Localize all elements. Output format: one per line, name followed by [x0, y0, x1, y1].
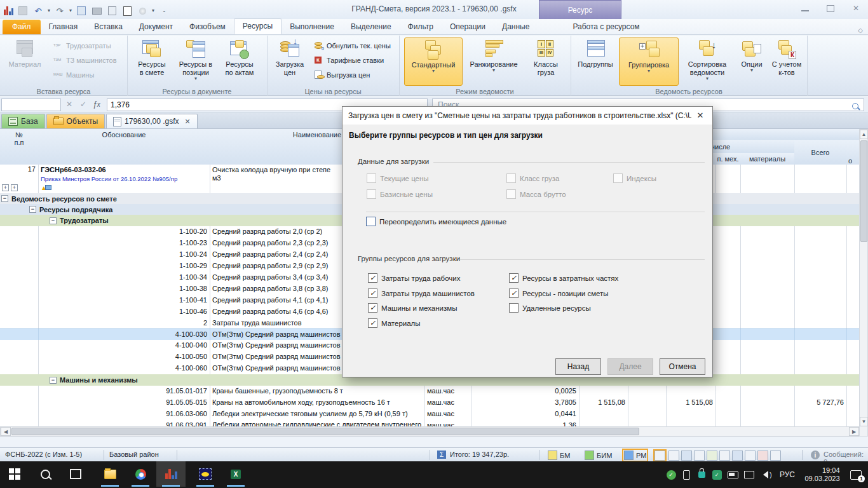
checkbox-deleted-resources[interactable]: Удаленные ресурсы: [509, 303, 591, 313]
header-right-top[interactable]: [846, 129, 860, 140]
print-icon[interactable]: [91, 5, 102, 17]
save-icon[interactable]: [17, 5, 29, 17]
collapse-ribbon-icon[interactable]: ◇: [858, 27, 863, 34]
back-button[interactable]: Назад: [555, 358, 601, 375]
table-row[interactable]: 91.06.03-060Лебедки электрические тяговы…: [0, 409, 859, 421]
unload-prices-button[interactable]: Выгрузка цен: [314, 69, 370, 81]
status-icon[interactable]: [757, 451, 768, 461]
checkbox-machines[interactable]: ✓Машины и механизмы: [368, 303, 457, 313]
header-sub-mech[interactable]: п. мех.: [715, 153, 741, 165]
action-center-button[interactable]: 1: [846, 461, 865, 488]
dialog-close-icon[interactable]: ✕: [691, 107, 710, 123]
collapse-icon[interactable]: −: [29, 206, 36, 213]
sort-list-button[interactable]: ↓ Сортировка ведомости▾: [680, 37, 735, 85]
tab-glavnaya[interactable]: Главная: [41, 20, 86, 34]
bm-toggle[interactable]: БМ: [548, 451, 570, 460]
header-num[interactable]: №п.п: [0, 129, 39, 167]
tab-dokument[interactable]: Документ: [131, 20, 181, 34]
status-icon[interactable]: [654, 451, 665, 461]
document-icon[interactable]: [121, 5, 133, 17]
sphere-icon[interactable]: [137, 5, 148, 17]
scroll-up-icon[interactable]: ▲: [860, 130, 868, 139]
tab-dannye[interactable]: Данные: [494, 20, 538, 34]
grouping-button[interactable]: + Группировка▾: [619, 37, 679, 86]
usb-tray-icon[interactable]: [679, 461, 694, 488]
checkbox-cost-parts[interactable]: ✓Ресурсы в затратных частях: [509, 273, 618, 283]
grand-smeta-button[interactable]: [156, 461, 186, 487]
fx-icon[interactable]: ƒx: [93, 100, 100, 109]
status-icon[interactable]: [732, 451, 743, 461]
tariff-rates-button[interactable]: КТарифные ставки: [314, 54, 384, 67]
bim-toggle[interactable]: БИМ: [585, 451, 612, 460]
close-tab-icon[interactable]: ✕: [185, 118, 191, 126]
resources-in-position-button[interactable]: Ресурсы в позиции▾: [174, 37, 217, 85]
confirm-entry-icon[interactable]: ✓: [80, 100, 86, 109]
tab-rabota-s-resursom[interactable]: Работа с ресурсом: [564, 20, 648, 34]
collapse-icon[interactable]: −: [50, 217, 57, 224]
tab-operacii[interactable]: Операции: [442, 20, 494, 34]
tab-resursy-active[interactable]: Ресурсы: [234, 18, 281, 34]
excel-button[interactable]: X: [221, 461, 250, 487]
cargo-classes-button[interactable]: IIIIIIIV Классы груза: [526, 37, 566, 85]
taskbar-search-button[interactable]: [31, 461, 60, 487]
lock-tray-icon[interactable]: [694, 461, 709, 488]
status-icon[interactable]: [745, 451, 756, 461]
horizontal-scrollbar[interactable]: ◀ ▶: [0, 426, 859, 437]
standard-mode-button[interactable]: Стандартный▾: [404, 37, 463, 86]
tab-filtr[interactable]: Фильтр: [400, 20, 442, 34]
reset-current-prices-button[interactable]: 0Обнулить тек. цены: [314, 39, 391, 52]
checkbox-materials[interactable]: ✓Материалы: [368, 318, 421, 328]
search-icon[interactable]: [852, 103, 858, 109]
tab-vypolnenie[interactable]: Выполнение: [281, 20, 342, 34]
clock[interactable]: 19:0409.03.2023: [799, 461, 845, 488]
checkbox-estimate-positions[interactable]: ✓Ресурсы - позиции сметы: [509, 288, 609, 298]
resources-in-estimate-button[interactable]: Ресурсы в смете: [131, 37, 173, 85]
position-link[interactable]: Приказ Минстроя России от 26.10.2022 №90…: [41, 175, 207, 182]
bat-app-button[interactable]: [191, 461, 220, 487]
volume-tray-icon[interactable]: ): [757, 461, 774, 488]
load-prices-button[interactable]: ↓ Загрузка цен: [271, 37, 309, 85]
tab-document-active[interactable]: 179630,00 .gsfx✕: [106, 114, 198, 128]
vertical-scroll-thumb[interactable]: [860, 140, 867, 242]
report-icon[interactable]: [76, 5, 87, 17]
position-code[interactable]: ГЭСНр66-03-032-06: [41, 165, 207, 175]
ranging-button[interactable]: Ранжирование▾: [464, 37, 524, 85]
status-icon[interactable]: [770, 451, 781, 461]
chrome-button[interactable]: [126, 461, 155, 487]
qat-more-icon[interactable]: ⌄: [162, 9, 166, 13]
scroll-right-icon[interactable]: ▶: [849, 427, 859, 436]
undo-icon[interactable]: ↶: [32, 5, 44, 17]
restore-button[interactable]: [822, 3, 839, 14]
checkbox-override-data[interactable]: Переопределить имеющиеся данные: [366, 217, 506, 226]
header-sub-materials[interactable]: материалы: [740, 153, 795, 165]
tab-vstavka[interactable]: Вставка: [86, 20, 131, 34]
rm-toggle[interactable]: РМ: [624, 451, 646, 460]
redo-icon[interactable]: ↷: [54, 5, 65, 17]
dialog-title-bar[interactable]: Загрузка цен в смету из "Сметные цены на…: [342, 107, 712, 125]
expand-icon[interactable]: +: [11, 184, 18, 191]
tab-objects[interactable]: Объекты: [46, 114, 105, 128]
header-total[interactable]: Всего: [794, 140, 847, 165]
collapse-icon[interactable]: −: [50, 377, 57, 384]
with-coefficients-button[interactable]: К С учетом к-тов: [769, 37, 804, 85]
checkbox-labor-machinists[interactable]: ✓Затраты труда машинистов: [368, 288, 475, 298]
tab-fizobem[interactable]: Физобъем: [181, 20, 234, 34]
checkbox-labor-workers[interactable]: ✓Затраты труда рабочих: [368, 273, 461, 283]
contextual-tab-group[interactable]: Ресурс: [539, 0, 621, 19]
name-box[interactable]: [1, 98, 61, 111]
vertical-scrollbar[interactable]: ▲ ▼: [859, 129, 868, 437]
export-icon[interactable]: [106, 5, 118, 17]
expand-icon[interactable]: +: [2, 184, 9, 191]
header-total-top[interactable]: [794, 129, 847, 140]
cancel-entry-icon[interactable]: ✕: [66, 100, 72, 109]
tab-base[interactable]: База: [1, 114, 45, 128]
scroll-left-icon[interactable]: ◀: [1, 427, 11, 436]
status-icon[interactable]: [694, 451, 705, 461]
antivirus-tray-icon[interactable]: ✓: [663, 461, 679, 488]
cancel-button[interactable]: Отмена: [660, 358, 705, 375]
header-justification[interactable]: Обоснование: [38, 129, 210, 167]
close-button[interactable]: ✕: [848, 3, 864, 14]
redo-dropdown-icon[interactable]: ▾: [69, 9, 72, 13]
table-row[interactable]: 91.05.01-017Краны башенные, грузоподъемн…: [0, 386, 859, 398]
task-view-button[interactable]: [61, 461, 90, 487]
